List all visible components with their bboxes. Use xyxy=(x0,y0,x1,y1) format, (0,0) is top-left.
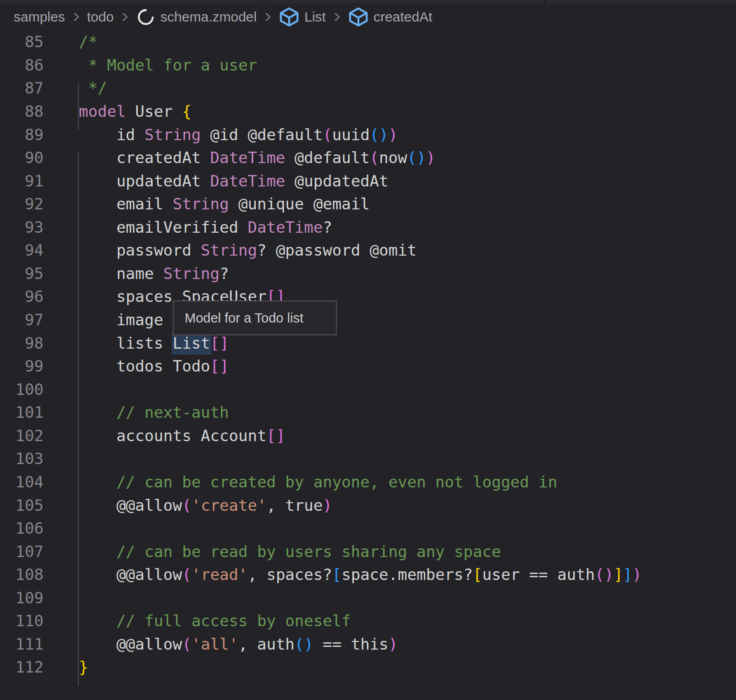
code-line-content[interactable]: todos Todo[] xyxy=(79,357,229,375)
breadcrumb-item-label: createdAt xyxy=(373,9,432,25)
code-line-content[interactable]: /* xyxy=(79,33,98,51)
code-token: /* xyxy=(79,33,98,51)
code-line-94[interactable]: 94 password String? @password @omit xyxy=(0,239,736,262)
code-line-content[interactable]: accounts Account[] xyxy=(79,427,285,445)
code-line-85[interactable]: 85/* xyxy=(0,30,736,54)
code-line-102[interactable]: 102 accounts Account[] xyxy=(0,424,736,448)
code-line-content[interactable]: image xyxy=(79,311,163,329)
code-line-87[interactable]: 87 */ xyxy=(0,77,736,100)
code-line-content[interactable]: lists List[] xyxy=(79,334,229,352)
code-line-100[interactable]: 100 xyxy=(0,377,736,401)
code-token: , true xyxy=(266,496,323,514)
code-line-105[interactable]: 105 @@allow('create', true) xyxy=(0,493,736,517)
line-number[interactable]: 106 xyxy=(0,519,44,537)
code-line-content[interactable]: emailVerified DateTime? xyxy=(79,218,332,236)
line-number[interactable]: 85 xyxy=(0,33,44,51)
line-number[interactable]: 102 xyxy=(0,427,44,445)
line-number[interactable]: 93 xyxy=(0,218,44,236)
code-editor[interactable]: 85/*86 * Model for a user87 */88model Us… xyxy=(0,30,736,700)
code-line-104[interactable]: 104 // can be created by anyone, even no… xyxy=(0,470,736,494)
line-number[interactable]: 112 xyxy=(0,658,44,676)
line-number[interactable]: 105 xyxy=(0,496,44,514)
code-token: ) xyxy=(379,126,388,144)
code-line-content[interactable]: updatedAt DateTime @updatedAt xyxy=(79,172,389,190)
line-number[interactable]: 91 xyxy=(0,172,44,190)
line-number[interactable]: 88 xyxy=(0,102,44,120)
line-number[interactable]: 110 xyxy=(0,612,44,630)
code-line-91[interactable]: 91 updatedAt DateTime @updatedAt xyxy=(0,169,736,192)
line-number[interactable]: 94 xyxy=(0,241,44,259)
code-line-110[interactable]: 110 // full access by oneself xyxy=(0,609,736,633)
code-token: model xyxy=(79,102,126,120)
code-line-108[interactable]: 108 @@allow('read', spaces?[space.member… xyxy=(0,563,736,586)
line-number[interactable]: 100 xyxy=(0,380,44,399)
line-number[interactable]: 111 xyxy=(0,635,44,653)
code-line-content[interactable]: @@allow('read', spaces?[space.members?[u… xyxy=(79,565,642,584)
code-token: space.members? xyxy=(341,565,473,584)
code-line-88[interactable]: 88model User { xyxy=(0,100,736,123)
code-line-90[interactable]: 90 createdAt DateTime @default(now()) xyxy=(0,146,736,170)
breadcrumb-item-todo[interactable]: todo xyxy=(87,9,114,25)
loading-spinner-icon xyxy=(136,7,156,27)
code-line-86[interactable]: 86 * Model for a user xyxy=(0,54,736,77)
code-token: [] xyxy=(210,357,229,375)
line-number[interactable]: 107 xyxy=(0,542,44,561)
code-line-93[interactable]: 93 emailVerified DateTime? xyxy=(0,216,736,239)
breadcrumb-item-samples[interactable]: samples xyxy=(14,9,65,25)
code-token: String xyxy=(201,241,257,259)
code-token: ? xyxy=(220,264,229,283)
line-number[interactable]: 89 xyxy=(0,126,44,144)
code-line-content[interactable]: name String? xyxy=(79,264,229,283)
line-number[interactable]: 95 xyxy=(0,264,44,283)
code-line-99[interactable]: 99 todos Todo[] xyxy=(0,355,736,378)
line-number[interactable]: 96 xyxy=(0,287,44,306)
code-line-95[interactable]: 95 name String? xyxy=(0,262,736,285)
line-number[interactable]: 103 xyxy=(0,449,44,468)
line-number[interactable]: 109 xyxy=(0,589,44,607)
code-line-92[interactable]: 92 email String @unique @email xyxy=(0,192,736,216)
code-token: String xyxy=(163,264,220,283)
code-line-97[interactable]: 97 image xyxy=(0,308,736,332)
code-token: */ xyxy=(79,79,107,97)
code-token: password xyxy=(79,241,201,259)
code-line-content[interactable]: id String @id @default(uuid()) xyxy=(79,126,398,144)
breadcrumb-item-schema-zmodel[interactable]: schema.zmodel xyxy=(136,7,257,27)
code-line-content[interactable]: password String? @password @omit xyxy=(79,241,417,259)
code-line-content[interactable]: */ xyxy=(79,79,107,97)
line-number[interactable]: 87 xyxy=(0,79,44,97)
code-token: ) xyxy=(417,148,426,167)
code-line-89[interactable]: 89 id String @id @default(uuid()) xyxy=(0,123,736,146)
breadcrumb-separator xyxy=(70,11,82,23)
code-line-content[interactable]: // next-auth xyxy=(79,403,229,421)
code-line-content[interactable]: @@allow('all', auth() == this) xyxy=(79,635,398,653)
code-line-content[interactable]: } xyxy=(79,658,88,676)
code-line-106[interactable]: 106 xyxy=(0,517,736,540)
code-line-content[interactable]: // can be created by anyone, even not lo… xyxy=(79,473,557,491)
breadcrumb-item-list[interactable]: List xyxy=(279,6,326,27)
code-line-content[interactable]: @@allow('create', true) xyxy=(79,496,332,514)
breadcrumb-item-createdat[interactable]: createdAt xyxy=(348,6,432,27)
line-number[interactable]: 98 xyxy=(0,334,44,352)
code-line-content[interactable]: createdAt DateTime @default(now()) xyxy=(79,148,435,167)
code-line-111[interactable]: 111 @@allow('all', auth() == this) xyxy=(0,633,736,656)
code-line-content[interactable]: email String @unique @email xyxy=(79,195,370,213)
code-line-96[interactable]: 96 spaces SpaceUser[] xyxy=(0,285,736,308)
code-line-content[interactable]: * Model for a user xyxy=(79,56,257,74)
code-line-101[interactable]: 101 // next-auth xyxy=(0,401,736,424)
line-number[interactable]: 108 xyxy=(0,565,44,584)
line-number[interactable]: 104 xyxy=(0,473,44,491)
line-number[interactable]: 97 xyxy=(0,311,44,329)
code-line-112[interactable]: 112} xyxy=(0,656,736,679)
line-number[interactable]: 92 xyxy=(0,195,44,213)
line-number[interactable]: 86 xyxy=(0,56,44,74)
code-line-107[interactable]: 107 // can be read by users sharing any … xyxy=(0,540,736,563)
line-number[interactable]: 99 xyxy=(0,357,44,375)
code-line-content[interactable]: // can be read by users sharing any spac… xyxy=(79,542,501,561)
code-line-103[interactable]: 103 xyxy=(0,447,736,470)
code-line-98[interactable]: 98 lists List[] xyxy=(0,331,736,355)
line-number[interactable]: 101 xyxy=(0,403,44,421)
line-number[interactable]: 90 xyxy=(0,148,44,167)
code-line-content[interactable]: // full access by oneself xyxy=(79,612,351,630)
code-line-content[interactable]: model User { xyxy=(79,102,192,120)
code-line-109[interactable]: 109 xyxy=(0,586,736,610)
